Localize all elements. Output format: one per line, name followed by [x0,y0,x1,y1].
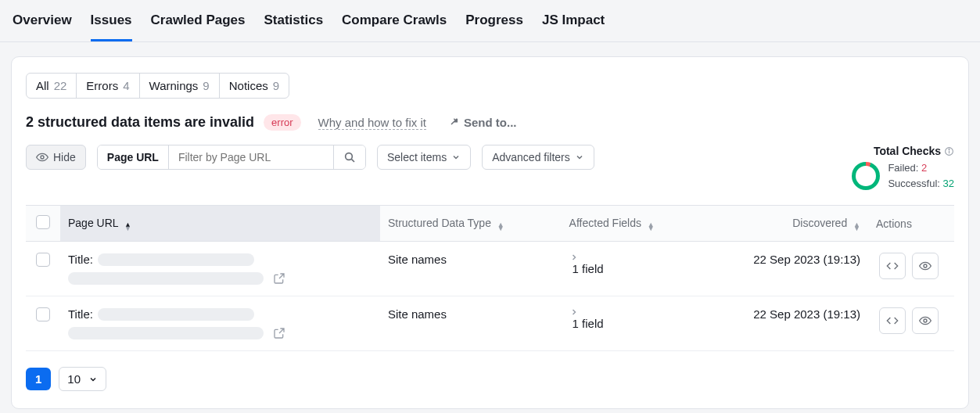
page-current[interactable]: 1 [26,368,51,390]
successful-count: 32 [943,178,954,189]
row-checkbox[interactable] [36,253,50,267]
page-size-selector[interactable]: 10 [59,367,106,391]
issues-table: Page URL ▲▼ Structured Data Type ▲▼ Affe… [26,205,954,351]
main-tabs: Overview Issues Crawled Pages Statistics… [0,0,980,42]
svg-point-1 [346,153,353,160]
tab-crawled-pages[interactable]: Crawled Pages [151,8,246,41]
search-button[interactable] [333,145,365,169]
issue-severity-filter: All 22 Errors 4 Warnings 9 Notices 9 [26,73,289,99]
filter-notices-count: 9 [273,79,279,92]
filter-warnings-label: Warnings [149,79,199,92]
col-discovered-label: Discovered [792,217,847,229]
sort-icon: ▲▼ [853,223,860,231]
share-icon [447,117,459,129]
select-items-button[interactable]: Select items [377,145,471,170]
redacted-title [98,308,254,321]
col-structured-data-type[interactable]: Structured Data Type ▲▼ [380,206,562,242]
col-page-url-label: Page URL [68,217,118,229]
filter-all[interactable]: All 22 [27,74,77,98]
filter-warnings-count: 9 [203,79,209,92]
severity-badge: error [264,114,300,131]
table-toolbar: Hide Page URL Select items Advanced filt… [26,145,954,191]
filter-warnings[interactable]: Warnings 9 [140,74,220,98]
filter-notices[interactable]: Notices 9 [220,74,289,98]
col-discovered[interactable]: Discovered ▲▼ [700,206,868,242]
tab-statistics[interactable]: Statistics [264,8,324,41]
failed-count: 2 [921,162,927,174]
totals-donut-chart [852,162,880,190]
code-icon [886,314,899,327]
view-page-button[interactable] [912,253,939,279]
chevron-right-icon[interactable] [569,253,692,262]
svg-point-0 [41,156,44,159]
row-affected: 1 field [573,317,604,330]
eye-icon [919,260,932,272]
col-actions-label: Actions [876,217,912,230]
redacted-url [68,272,264,285]
svg-point-5 [949,149,949,149]
page-url-input[interactable] [169,145,333,169]
redacted-title [98,253,254,266]
tab-issues[interactable]: Issues [91,8,132,41]
select-items-label: Select items [387,151,447,163]
redacted-url [68,327,264,339]
help-link[interactable]: Why and how to fix it [318,116,426,130]
advanced-filters-label: Advanced filters [492,151,570,163]
row-checkbox[interactable] [36,307,50,321]
chevron-down-icon [88,375,98,384]
pagination: 1 10 [26,367,954,391]
col-affected-label: Affected Fields [569,217,641,229]
view-code-button[interactable] [879,253,906,279]
issue-title-row: 2 structured data items are invalid erro… [26,114,954,131]
info-icon[interactable] [944,146,954,156]
view-code-button[interactable] [879,307,906,334]
row-sdt: Site names [380,242,562,296]
row-sdt: Site names [380,296,562,351]
svg-line-2 [351,159,354,162]
row-discovered: 22 Sep 2023 (19:13) [700,296,868,351]
page-url-label: Page URL [98,145,169,169]
view-page-button[interactable] [912,307,939,334]
chevron-down-icon [575,153,584,162]
col-page-url[interactable]: Page URL ▲▼ [60,206,380,242]
select-all-checkbox[interactable] [36,215,50,229]
successful-label: Successful: [888,178,939,189]
advanced-filters-button[interactable]: Advanced filters [482,145,594,170]
sort-icon: ▲▼ [124,223,131,231]
filter-all-label: All [36,79,49,92]
row-discovered: 22 Sep 2023 (19:13) [700,242,868,296]
search-icon [343,151,356,163]
issue-title: 2 structured data items are invalid [26,114,254,131]
filter-errors[interactable]: Errors 4 [77,74,139,98]
row-affected: 1 field [573,262,604,275]
table-row: Title: Site names [26,296,954,351]
chevron-down-icon [451,153,461,162]
filter-errors-count: 4 [123,79,129,92]
row-title-prefix: Title: [68,253,93,266]
filter-notices-label: Notices [229,79,268,92]
hide-button[interactable]: Hide [26,145,86,170]
total-checks-label: Total Checks [874,145,941,157]
tab-overview[interactable]: Overview [13,8,72,41]
external-link-icon[interactable] [273,327,285,339]
send-to-button[interactable]: Send to... [447,116,517,129]
filter-errors-label: Errors [86,79,118,92]
issues-panel: All 22 Errors 4 Warnings 9 Notices 9 2 s… [11,56,969,409]
eye-icon [36,151,48,163]
col-sdt-label: Structured Data Type [388,217,491,229]
page-url-filter-group: Page URL [97,145,366,170]
chevron-right-icon[interactable] [569,307,692,317]
sort-icon: ▲▼ [497,223,504,231]
hide-label: Hide [53,151,76,163]
tab-js-impact[interactable]: JS Impact [542,8,605,41]
total-checks: Total Checks Failed: 2 Successful: 32 [852,145,954,191]
eye-icon [919,314,932,327]
col-actions: Actions [868,206,954,242]
svg-point-6 [924,264,927,268]
sort-icon: ▲▼ [648,223,655,231]
col-affected-fields[interactable]: Affected Fields ▲▼ [562,206,700,242]
external-link-icon[interactable] [273,272,285,285]
tab-progress[interactable]: Progress [465,8,523,41]
tab-compare-crawls[interactable]: Compare Crawls [342,8,447,41]
filter-all-count: 22 [54,79,67,92]
